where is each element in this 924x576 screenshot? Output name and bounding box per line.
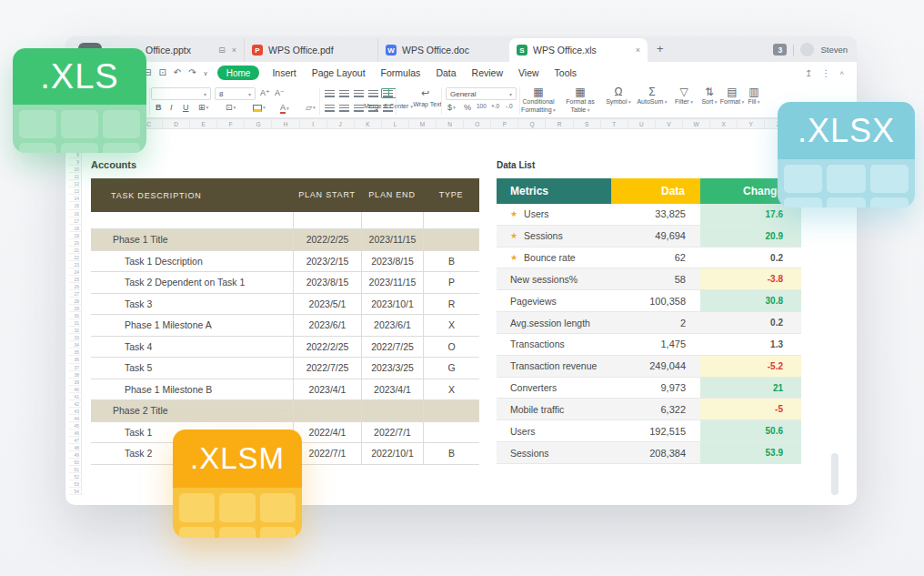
align-center-icon[interactable] bbox=[339, 105, 349, 112]
plan-end-cell[interactable] bbox=[361, 212, 423, 228]
plan-start-cell[interactable]: 2022/7/25 bbox=[293, 358, 361, 379]
menu-item-view[interactable]: View bbox=[518, 67, 539, 78]
close-icon[interactable]: × bbox=[636, 45, 640, 55]
menu-item-page-layout[interactable]: Page Layout bbox=[312, 67, 366, 78]
cell-style-icon[interactable]: ⊡▾ bbox=[226, 104, 236, 112]
data-cell[interactable]: 58 bbox=[611, 268, 700, 289]
user-avatar[interactable] bbox=[800, 43, 814, 56]
type-cell[interactable] bbox=[423, 229, 479, 250]
plan-end-cell[interactable]: 2023/3/25 bbox=[361, 358, 423, 379]
row-header-12[interactable]: 12 bbox=[69, 180, 82, 187]
decrease-decimal-icon[interactable]: -.0 bbox=[506, 104, 513, 110]
column-header-M[interactable]: M bbox=[409, 119, 437, 128]
data-list-row[interactable]: Users192,51550.6 bbox=[497, 420, 801, 442]
accounts-row[interactable]: Phase 1 Milestone B2023/4/12023/4/1X bbox=[91, 379, 479, 401]
tab-wps-office-xls[interactable]: SWPS Office.xls× bbox=[509, 38, 648, 62]
row-header-49[interactable]: 49 bbox=[69, 451, 82, 459]
row-header-37[interactable]: 37 bbox=[69, 364, 82, 371]
plan-start-cell[interactable]: 2023/4/1 bbox=[293, 379, 361, 400]
task-description-cell[interactable]: Phase 1 Milestone B bbox=[91, 379, 293, 400]
plan-start-cell[interactable]: 2022/7/1 bbox=[293, 443, 361, 464]
font-color-icon[interactable]: A▾ bbox=[280, 104, 289, 114]
plan-start-cell[interactable]: 2023/5/1 bbox=[293, 294, 361, 315]
change-cell[interactable]: 0.2 bbox=[700, 248, 801, 268]
row-header-30[interactable]: 30 bbox=[69, 312, 82, 319]
increase-decimal-icon[interactable]: +.0 bbox=[491, 104, 499, 110]
menu-item-review[interactable]: Review bbox=[472, 67, 503, 78]
column-header-P[interactable]: P bbox=[491, 119, 518, 128]
type-cell[interactable] bbox=[423, 400, 479, 421]
plan-end-cell[interactable]: 2023/4/1 bbox=[361, 379, 423, 400]
type-cell[interactable] bbox=[423, 212, 479, 228]
row-header-45[interactable]: 45 bbox=[69, 422, 82, 429]
plan-start-cell[interactable] bbox=[293, 212, 361, 228]
row-header-44[interactable]: 44 bbox=[69, 415, 82, 422]
merge-center-button[interactable]: Merge & Center ▾ bbox=[360, 103, 417, 111]
data-list-row[interactable]: Sessions208,38453.9 bbox=[497, 442, 801, 464]
type-cell[interactable]: G bbox=[423, 358, 479, 379]
row-header-46[interactable]: 46 bbox=[69, 429, 82, 437]
row-header-9[interactable]: 9 bbox=[69, 158, 82, 166]
metric-cell[interactable]: Mobile traffic bbox=[497, 399, 611, 419]
change-cell[interactable]: -3.8 bbox=[700, 268, 801, 289]
tab-wps-office-pdf[interactable]: PWPS Office.pdf bbox=[244, 38, 377, 62]
plan-end-cell[interactable]: 2023/10/1 bbox=[361, 294, 423, 315]
align-bottom-icon[interactable] bbox=[354, 90, 364, 97]
metric-cell[interactable]: Pageviews bbox=[497, 290, 611, 311]
autosum-button[interactable]: ΣAutoSum ▾ bbox=[634, 86, 670, 106]
task-description-cell[interactable]: Phase 1 Title bbox=[91, 229, 293, 250]
metric-cell[interactable]: Users bbox=[497, 420, 611, 441]
menu-item-insert[interactable]: Insert bbox=[272, 67, 296, 78]
column-header-F[interactable]: F bbox=[217, 119, 245, 128]
type-cell[interactable]: O bbox=[423, 337, 479, 358]
plan-start-cell[interactable]: 2022/2/25 bbox=[293, 337, 361, 358]
row-header-35[interactable]: 35 bbox=[69, 349, 82, 356]
wrap-text-button[interactable]: Wrap Text bbox=[411, 101, 444, 109]
metric-cell[interactable]: Transaction revenue bbox=[497, 356, 611, 377]
metric-cell[interactable]: ★Sessions bbox=[497, 226, 611, 247]
column-header-U[interactable]: U bbox=[628, 119, 656, 128]
task-description-cell[interactable]: Task 2 Dependent on Task 1 bbox=[91, 272, 293, 293]
change-cell[interactable]: 30.8 bbox=[700, 290, 801, 311]
plan-end-cell[interactable]: 2022/7/25 bbox=[361, 337, 423, 358]
filter-button[interactable]: ▽Filter ▾ bbox=[670, 86, 698, 106]
column-header-D[interactable]: D bbox=[163, 119, 190, 128]
column-header-N[interactable]: N bbox=[437, 119, 464, 128]
plan-end-cell[interactable]: 2023/11/15 bbox=[361, 272, 423, 293]
data-cell[interactable]: 6,322 bbox=[611, 399, 700, 419]
merge-center-icon[interactable] bbox=[381, 88, 397, 98]
data-cell[interactable]: 1,475 bbox=[611, 334, 700, 355]
row-header-20[interactable]: 20 bbox=[69, 239, 82, 247]
row-header-38[interactable]: 38 bbox=[69, 371, 82, 379]
row-header-36[interactable]: 36 bbox=[69, 356, 82, 363]
row-header-19[interactable]: 19 bbox=[69, 232, 82, 239]
column-header-J[interactable]: J bbox=[327, 119, 355, 128]
row-header-32[interactable]: 32 bbox=[69, 327, 82, 334]
row-header-47[interactable]: 47 bbox=[69, 437, 82, 444]
menu-item-data[interactable]: Data bbox=[436, 67, 456, 78]
change-cell[interactable]: 20.9 bbox=[700, 226, 801, 247]
tab-wps-office-doc[interactable]: WWPS Office.doc bbox=[377, 38, 509, 62]
data-list-row[interactable]: ★Sessions49,69420.9 bbox=[497, 226, 801, 248]
data-cell[interactable]: 208,384 bbox=[611, 442, 700, 463]
type-cell[interactable]: X bbox=[423, 379, 479, 400]
column-header-S[interactable]: S bbox=[574, 119, 601, 128]
fill-button[interactable]: ▥Fill ▾ bbox=[743, 86, 765, 106]
plan-start-cell[interactable]: 2023/2/15 bbox=[293, 251, 361, 272]
percent-icon[interactable]: % bbox=[464, 104, 471, 112]
accounts-row[interactable]: Task 52022/7/252023/3/25G bbox=[91, 358, 479, 379]
currency-icon[interactable]: $▾ bbox=[447, 104, 456, 112]
column-header-K[interactable]: K bbox=[355, 119, 382, 128]
font-size-select[interactable]: 8▾ bbox=[215, 87, 256, 100]
plan-start-cell[interactable] bbox=[293, 400, 361, 421]
bold-button[interactable]: B bbox=[156, 104, 162, 112]
plan-end-cell[interactable]: 2022/10/1 bbox=[361, 443, 423, 464]
change-cell[interactable]: 53.9 bbox=[700, 442, 801, 463]
column-header-V[interactable]: V bbox=[656, 119, 683, 128]
tab-home[interactable]: Home bbox=[217, 66, 260, 80]
data-cell[interactable]: 33,825 bbox=[611, 204, 700, 225]
data-list-row[interactable]: New sessions%58-3.8 bbox=[497, 268, 801, 290]
wrap-text-icon[interactable]: ↩ bbox=[421, 87, 429, 99]
row-header-41[interactable]: 41 bbox=[69, 393, 82, 400]
column-header-R[interactable]: R bbox=[547, 119, 574, 128]
